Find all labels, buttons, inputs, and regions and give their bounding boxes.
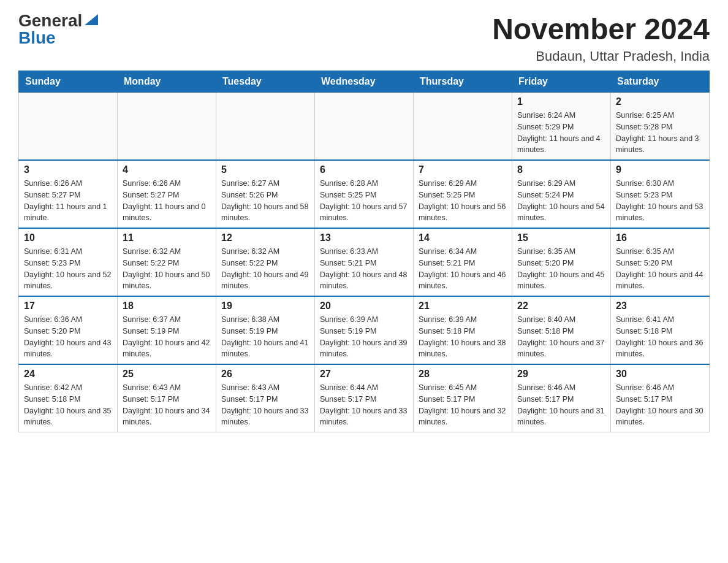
calendar-cell: 21Sunrise: 6:39 AMSunset: 5:18 PMDayligh…	[414, 296, 512, 364]
day-number: 28	[419, 369, 507, 380]
day-info: Sunrise: 6:30 AMSunset: 5:23 PMDaylight:…	[616, 178, 704, 224]
day-info: Sunrise: 6:37 AMSunset: 5:19 PMDaylight:…	[123, 314, 211, 360]
day-number: 19	[221, 301, 309, 312]
day-number: 29	[517, 369, 605, 380]
calendar-header-wednesday: Wednesday	[315, 71, 414, 93]
calendar-cell: 10Sunrise: 6:31 AMSunset: 5:23 PMDayligh…	[19, 228, 118, 296]
title-block: November 2024 Budaun, Uttar Pradesh, Ind…	[492, 12, 710, 64]
calendar-cell	[315, 93, 414, 161]
calendar-cell: 3Sunrise: 6:26 AMSunset: 5:27 PMDaylight…	[19, 160, 118, 228]
day-number: 11	[123, 232, 211, 243]
calendar-cell: 11Sunrise: 6:32 AMSunset: 5:22 PMDayligh…	[118, 228, 216, 296]
calendar-week-row: 17Sunrise: 6:36 AMSunset: 5:20 PMDayligh…	[19, 296, 710, 364]
day-number: 4	[123, 164, 211, 175]
calendar-cell: 1Sunrise: 6:24 AMSunset: 5:29 PMDaylight…	[512, 93, 611, 161]
day-info: Sunrise: 6:29 AMSunset: 5:24 PMDaylight:…	[517, 178, 605, 224]
calendar-header-monday: Monday	[118, 71, 216, 93]
calendar-cell: 12Sunrise: 6:32 AMSunset: 5:22 PMDayligh…	[216, 228, 315, 296]
calendar-cell: 16Sunrise: 6:35 AMSunset: 5:20 PMDayligh…	[611, 228, 710, 296]
day-info: Sunrise: 6:35 AMSunset: 5:20 PMDaylight:…	[517, 246, 605, 292]
day-info: Sunrise: 6:39 AMSunset: 5:19 PMDaylight:…	[320, 314, 408, 360]
calendar-header-row: SundayMondayTuesdayWednesdayThursdayFrid…	[19, 71, 710, 93]
day-info: Sunrise: 6:34 AMSunset: 5:21 PMDaylight:…	[419, 246, 507, 292]
day-info: Sunrise: 6:43 AMSunset: 5:17 PMDaylight:…	[221, 382, 309, 428]
page-header: General Blue November 2024 Budaun, Uttar…	[18, 12, 710, 64]
day-info: Sunrise: 6:39 AMSunset: 5:18 PMDaylight:…	[419, 314, 507, 360]
day-info: Sunrise: 6:26 AMSunset: 5:27 PMDaylight:…	[123, 178, 211, 224]
day-info: Sunrise: 6:26 AMSunset: 5:27 PMDaylight:…	[24, 178, 112, 224]
calendar-cell: 13Sunrise: 6:33 AMSunset: 5:21 PMDayligh…	[315, 228, 414, 296]
day-number: 25	[123, 369, 211, 380]
calendar-cell: 23Sunrise: 6:41 AMSunset: 5:18 PMDayligh…	[611, 296, 710, 364]
logo-blue: Blue	[18, 29, 56, 47]
calendar-cell: 17Sunrise: 6:36 AMSunset: 5:20 PMDayligh…	[19, 296, 118, 364]
calendar-cell	[216, 93, 315, 161]
day-number: 8	[517, 164, 605, 175]
day-info: Sunrise: 6:28 AMSunset: 5:25 PMDaylight:…	[320, 178, 408, 224]
calendar-cell: 4Sunrise: 6:26 AMSunset: 5:27 PMDaylight…	[118, 160, 216, 228]
calendar-cell: 14Sunrise: 6:34 AMSunset: 5:21 PMDayligh…	[414, 228, 512, 296]
calendar-cell: 5Sunrise: 6:27 AMSunset: 5:26 PMDaylight…	[216, 160, 315, 228]
calendar-cell	[414, 93, 512, 161]
day-number: 20	[320, 301, 408, 312]
calendar-cell	[19, 93, 118, 161]
logo-triangle-icon	[85, 14, 98, 25]
day-number: 26	[221, 369, 309, 380]
day-number: 23	[616, 301, 704, 312]
calendar-cell: 7Sunrise: 6:29 AMSunset: 5:25 PMDaylight…	[414, 160, 512, 228]
calendar-header-sunday: Sunday	[19, 71, 118, 93]
day-info: Sunrise: 6:46 AMSunset: 5:17 PMDaylight:…	[616, 382, 704, 428]
calendar-table: SundayMondayTuesdayWednesdayThursdayFrid…	[18, 71, 710, 432]
svg-marker-0	[85, 14, 98, 25]
day-number: 16	[616, 232, 704, 243]
calendar-cell: 27Sunrise: 6:44 AMSunset: 5:17 PMDayligh…	[315, 364, 414, 432]
day-number: 15	[517, 232, 605, 243]
calendar-week-row: 1Sunrise: 6:24 AMSunset: 5:29 PMDaylight…	[19, 93, 710, 161]
day-info: Sunrise: 6:35 AMSunset: 5:20 PMDaylight:…	[616, 246, 704, 292]
day-number: 5	[221, 164, 309, 175]
day-info: Sunrise: 6:45 AMSunset: 5:17 PMDaylight:…	[419, 382, 507, 428]
calendar-header-saturday: Saturday	[611, 71, 710, 93]
day-info: Sunrise: 6:46 AMSunset: 5:17 PMDaylight:…	[517, 382, 605, 428]
calendar-cell: 26Sunrise: 6:43 AMSunset: 5:17 PMDayligh…	[216, 364, 315, 432]
day-number: 12	[221, 232, 309, 243]
day-info: Sunrise: 6:24 AMSunset: 5:29 PMDaylight:…	[517, 110, 605, 156]
calendar-cell: 29Sunrise: 6:46 AMSunset: 5:17 PMDayligh…	[512, 364, 611, 432]
day-number: 9	[616, 164, 704, 175]
day-number: 30	[616, 369, 704, 380]
day-number: 24	[24, 369, 112, 380]
calendar-cell: 19Sunrise: 6:38 AMSunset: 5:19 PMDayligh…	[216, 296, 315, 364]
calendar-header-tuesday: Tuesday	[216, 71, 315, 93]
day-number: 3	[24, 164, 112, 175]
day-info: Sunrise: 6:32 AMSunset: 5:22 PMDaylight:…	[123, 246, 211, 292]
calendar-week-row: 3Sunrise: 6:26 AMSunset: 5:27 PMDaylight…	[19, 160, 710, 228]
day-info: Sunrise: 6:31 AMSunset: 5:23 PMDaylight:…	[24, 246, 112, 292]
day-number: 13	[320, 232, 408, 243]
day-info: Sunrise: 6:33 AMSunset: 5:21 PMDaylight:…	[320, 246, 408, 292]
day-info: Sunrise: 6:42 AMSunset: 5:18 PMDaylight:…	[24, 382, 112, 428]
calendar-cell: 18Sunrise: 6:37 AMSunset: 5:19 PMDayligh…	[118, 296, 216, 364]
day-number: 6	[320, 164, 408, 175]
calendar-week-row: 10Sunrise: 6:31 AMSunset: 5:23 PMDayligh…	[19, 228, 710, 296]
calendar-cell: 6Sunrise: 6:28 AMSunset: 5:25 PMDaylight…	[315, 160, 414, 228]
day-info: Sunrise: 6:38 AMSunset: 5:19 PMDaylight:…	[221, 314, 309, 360]
day-number: 10	[24, 232, 112, 243]
calendar-cell: 24Sunrise: 6:42 AMSunset: 5:18 PMDayligh…	[19, 364, 118, 432]
calendar-week-row: 24Sunrise: 6:42 AMSunset: 5:18 PMDayligh…	[19, 364, 710, 432]
day-info: Sunrise: 6:40 AMSunset: 5:18 PMDaylight:…	[517, 314, 605, 360]
day-info: Sunrise: 6:41 AMSunset: 5:18 PMDaylight:…	[616, 314, 704, 360]
day-number: 21	[419, 301, 507, 312]
calendar-cell: 25Sunrise: 6:43 AMSunset: 5:17 PMDayligh…	[118, 364, 216, 432]
main-title: November 2024	[492, 12, 710, 46]
day-info: Sunrise: 6:25 AMSunset: 5:28 PMDaylight:…	[616, 110, 704, 156]
day-number: 22	[517, 301, 605, 312]
day-info: Sunrise: 6:29 AMSunset: 5:25 PMDaylight:…	[419, 178, 507, 224]
day-info: Sunrise: 6:43 AMSunset: 5:17 PMDaylight:…	[123, 382, 211, 428]
day-number: 17	[24, 301, 112, 312]
calendar-cell: 22Sunrise: 6:40 AMSunset: 5:18 PMDayligh…	[512, 296, 611, 364]
day-number: 18	[123, 301, 211, 312]
day-number: 1	[517, 96, 605, 107]
day-number: 7	[419, 164, 507, 175]
day-info: Sunrise: 6:44 AMSunset: 5:17 PMDaylight:…	[320, 382, 408, 428]
calendar-cell: 9Sunrise: 6:30 AMSunset: 5:23 PMDaylight…	[611, 160, 710, 228]
